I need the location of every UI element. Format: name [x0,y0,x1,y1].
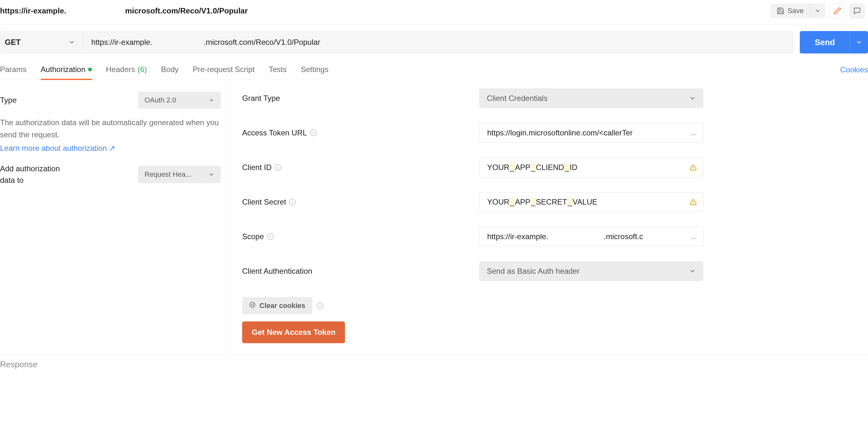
title-part-1: https://ir-example. [0,6,66,15]
client-secret-value: YOUR_APP_SECRET_VALUE [487,198,686,206]
body-area: Type OAuth 2.0 The authorization data wi… [0,80,868,355]
add-auth-label: Add authorization data to [0,163,60,186]
client-id-value: YOUR_APP_CLIEND_ID [487,163,686,172]
tab-auth-label: Authorization [41,65,86,74]
warning-icon [690,198,696,205]
learn-more-link[interactable]: Learn more about authorization ↗ [0,144,115,153]
method-value: GET [5,38,21,47]
tab-pre-request[interactable]: Pre-request Script [193,60,255,80]
access-token-url-text: Access Token URL [242,128,307,137]
headers-count: (6) [138,65,147,74]
type-label: Type [0,96,17,105]
add-auth-row: Add authorization data to Request Hea... [0,163,221,186]
comment-icon [853,7,861,15]
chevron-down-icon [209,97,214,103]
tabs-row: Params Authorization Headers (6) Body Pr… [0,60,868,80]
tab-headers-label: Headers [106,65,135,74]
auth-type-select[interactable]: OAuth 2.0 [138,92,221,109]
svg-point-5 [251,304,252,305]
client-id-input[interactable]: YOUR_APP_CLIEND_ID [479,158,703,177]
info-icon: i [275,164,281,171]
tabs: Params Authorization Headers (6) Body Pr… [0,60,329,80]
info-icon: i [289,199,296,205]
client-auth-value: Send as Basic Auth header [487,267,580,276]
access-token-url-value: https://login.microsoftonline.com/<calle… [487,128,687,137]
scope-input[interactable]: https://ir-example. .microsoft.c ... [479,227,703,247]
cookies-link[interactable]: Cookies [840,65,868,74]
client-secret-text: Client Secret [242,198,286,206]
svg-point-8 [253,305,254,306]
external-link-icon: ↗ [109,144,115,153]
auth-right-panel: Grant Type Client Credentials Access Tok… [230,80,868,355]
info-icon: i [317,302,323,309]
url-part-1: https://ir-example. [91,38,152,47]
tab-params[interactable]: Params [0,60,27,80]
bottom-actions: Clear cookies i Get New Access Token [242,297,858,343]
status-dot-icon [88,68,92,71]
info-icon: i [310,130,316,136]
info-icon: i [267,233,274,240]
comments-button[interactable] [849,3,865,19]
chevron-down-icon [689,268,696,274]
ellipsis: ... [691,232,696,241]
client-id-text: Client ID [242,163,272,172]
get-new-access-token-button[interactable]: Get New Access Token [242,321,345,343]
grant-type-label: Grant Type [242,94,479,103]
scope-text: Scope [242,232,264,241]
send-group: Send [800,31,868,54]
access-token-url-label: Access Token URL i [242,128,479,137]
type-row: Type OAuth 2.0 [0,92,221,109]
chevron-down-icon [689,95,696,101]
add-auth-value: Request Hea... [145,170,191,179]
auth-left-panel: Type OAuth 2.0 The authorization data wi… [0,80,230,355]
svg-point-4 [250,302,255,307]
chevron-down-icon [856,39,862,45]
learn-more-label: Learn more about authorization [0,144,107,153]
send-button[interactable]: Send [800,31,850,54]
tab-headers[interactable]: Headers (6) [106,60,147,80]
save-dropdown-button[interactable] [810,3,825,18]
response-label: Response [0,359,37,369]
auth-help-text: The authorization data will be automatic… [0,117,221,141]
edit-button[interactable] [830,3,845,19]
add-auth-l1: Add authorization [0,163,60,174]
auth-type-value: OAuth 2.0 [145,96,176,104]
pencil-icon [833,7,841,15]
title-bar: https://ir-example. microsoft.com/Reco/V… [0,0,868,25]
save-label: Save [787,7,804,15]
tab-body[interactable]: Body [161,60,179,80]
save-button[interactable]: Save [770,3,810,18]
scope-label: Scope i [242,232,479,241]
save-group: Save [770,3,825,18]
tab-authorization[interactable]: Authorization [41,60,92,80]
tab-tests[interactable]: Tests [269,60,287,80]
cookie-icon [249,301,256,310]
scope-value: https://ir-example. .microsoft.c [487,232,687,241]
client-auth-label: Client Authentication [242,267,479,276]
method-dropdown[interactable]: GET [0,31,84,53]
auth-form: Grant Type Client Credentials Access Tok… [242,88,858,281]
add-auth-select[interactable]: Request Hea... [138,166,221,183]
url-part-2: .microsoft.com/Reco/V1.0/Popular [204,38,320,47]
ellipsis: ... [691,129,696,137]
send-dropdown-button[interactable] [850,31,868,54]
warning-icon [690,164,696,171]
client-secret-label: Client Secret i [242,198,479,206]
response-section: Response [0,355,868,374]
title-part-2: microsoft.com/Reco/V1.0/Popular [125,6,248,15]
chevron-down-icon [209,172,214,177]
svg-point-6 [253,304,254,304]
tab-settings[interactable]: Settings [301,60,329,80]
clear-cookies-button[interactable]: Clear cookies [242,297,312,314]
grant-type-select[interactable]: Client Credentials [479,88,703,108]
access-token-url-input[interactable]: https://login.microsoftonline.com/<calle… [479,123,703,143]
client-secret-input[interactable]: YOUR_APP_SECRET_VALUE [479,192,703,212]
clear-cookies-row: Clear cookies i [242,297,323,314]
chevron-down-icon [815,8,820,14]
url-row: GET https://ir-example. .microsoft.com/R… [0,25,868,60]
top-actions: Save [770,3,868,19]
add-auth-l2: data to [0,174,60,186]
client-auth-select[interactable]: Send as Basic Auth header [479,261,703,281]
url-input[interactable]: https://ir-example. .microsoft.com/Reco/… [84,31,793,53]
request-title: https://ir-example. microsoft.com/Reco/V… [0,6,248,15]
